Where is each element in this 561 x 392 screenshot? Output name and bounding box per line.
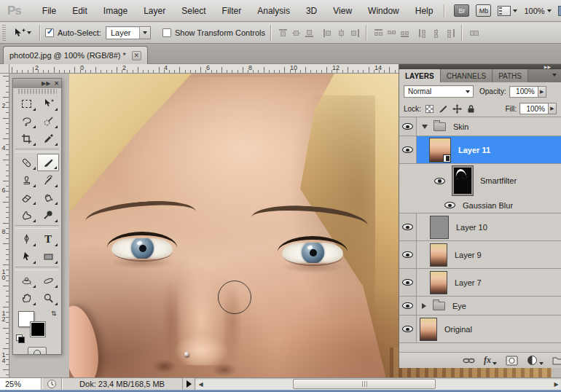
eye-icon[interactable]: [434, 178, 445, 184]
layer-row-gaussian-blur[interactable]: Gaussian Blur: [399, 197, 561, 213]
layer-name[interactable]: Layer 9: [455, 251, 482, 259]
lock-all-icon[interactable]: [466, 103, 476, 114]
new-group-icon[interactable]: [552, 356, 561, 365]
layer-name[interactable]: Gaussian Blur: [463, 201, 513, 210]
layer-thumbnail[interactable]: [420, 318, 437, 341]
opacity-input[interactable]: 100%: [509, 86, 538, 98]
menu-edit[interactable]: Edit: [64, 6, 95, 16]
tool-3d-orbit[interactable]: [37, 272, 59, 289]
document-size-info[interactable]: Dok: 23,4 MB/168,5 MB: [62, 378, 183, 390]
lock-transparency-icon[interactable]: [424, 103, 435, 114]
auto-align-layers-icon[interactable]: [468, 28, 479, 38]
align-left-edges-icon[interactable]: [323, 28, 334, 38]
tab-channels[interactable]: CHANNELS: [441, 69, 493, 82]
lock-position-icon[interactable]: [452, 103, 463, 114]
layer-thumbnail[interactable]: [430, 271, 447, 294]
layer-thumbnail[interactable]: [430, 216, 449, 239]
distribute-right-edges-icon[interactable]: [444, 28, 455, 38]
tool-dodge[interactable]: [37, 206, 59, 224]
tool-lasso[interactable]: [15, 112, 37, 130]
layer-name[interactable]: Layer 10: [456, 223, 487, 232]
eye-icon[interactable]: [444, 202, 455, 208]
blend-mode-dropdown[interactable]: Normal: [404, 85, 474, 98]
status-clock-button[interactable]: [42, 378, 62, 390]
layer-name[interactable]: Layer 7: [455, 278, 482, 287]
layer-name[interactable]: Smartfilter: [480, 176, 517, 185]
layer-name[interactable]: Eye: [452, 302, 466, 310]
status-zoom-input[interactable]: 25%: [0, 378, 42, 390]
visibility-cell[interactable]: [399, 297, 417, 315]
layer-thumbnail[interactable]: [430, 243, 447, 267]
tool-path-selection[interactable]: [15, 248, 37, 265]
visibility-cell[interactable]: [399, 136, 417, 163]
launch-mobile-button[interactable]: Mb: [476, 4, 491, 17]
scroll-left-icon[interactable]: ◀: [196, 379, 205, 389]
tool-type[interactable]: T: [37, 230, 59, 248]
align-right-edges-icon[interactable]: [349, 28, 360, 38]
expand-triangle-icon[interactable]: [422, 125, 428, 129]
auto-select-scope-dropdown[interactable]: Layer: [106, 26, 151, 39]
auto-select-checkbox[interactable]: [45, 28, 54, 37]
visibility-cell[interactable]: [399, 269, 417, 296]
layer-row-smartfilter[interactable]: Smartfilter: [399, 164, 561, 197]
tool-smudge[interactable]: [15, 206, 37, 224]
background-color-swatch[interactable]: [30, 321, 46, 337]
layer-name[interactable]: Original: [444, 325, 472, 334]
layer-row-eye[interactable]: Eye: [399, 297, 561, 315]
menu-window[interactable]: Window: [360, 6, 407, 16]
close-icon[interactable]: ✕: [132, 51, 141, 60]
link-layers-icon[interactable]: [463, 356, 475, 365]
status-menu-button[interactable]: [183, 378, 195, 390]
tab-layers[interactable]: LAYERS: [399, 69, 441, 82]
menu-file[interactable]: File: [34, 6, 64, 16]
filter-mask-thumbnail[interactable]: [452, 166, 473, 195]
document-tab[interactable]: photo02.jpg @ 100% (RGB/8#) * ✕: [3, 46, 148, 64]
align-bottom-edges-icon[interactable]: [304, 28, 315, 38]
tool-spot-healing[interactable]: [15, 154, 37, 171]
menu-select[interactable]: Select: [173, 6, 213, 16]
visibility-cell[interactable]: [399, 315, 417, 342]
menu-help[interactable]: Help: [407, 6, 442, 16]
arrange-documents-button[interactable]: [558, 6, 561, 16]
tool-palette-grip[interactable]: [17, 89, 57, 94]
options-grip[interactable]: [2, 25, 6, 41]
tool-rectangle[interactable]: [37, 248, 59, 265]
layer-thumbnail[interactable]: [429, 138, 451, 162]
layer-row-skin[interactable]: Skin: [399, 117, 561, 136]
distribute-top-edges-icon[interactable]: [373, 28, 384, 38]
tool-paint-bucket[interactable]: [37, 189, 59, 206]
tool-eyedropper[interactable]: [37, 130, 59, 147]
layer-row-original[interactable]: Original: [399, 315, 561, 343]
move-tool-preset[interactable]: [9, 28, 34, 39]
menu-view[interactable]: View: [325, 6, 360, 16]
view-extras-button[interactable]: [498, 6, 517, 16]
tool-move[interactable]: [37, 95, 59, 112]
opacity-slider-icon[interactable]: ▶: [538, 86, 546, 98]
tool-crop[interactable]: [15, 130, 37, 147]
tool-history-brush[interactable]: [37, 171, 59, 189]
menu-3d[interactable]: 3D: [298, 6, 325, 16]
layer-row-layer-9[interactable]: Layer 9: [399, 241, 561, 269]
tool-pen[interactable]: [15, 230, 37, 248]
distribute-bottom-edges-icon[interactable]: [399, 28, 410, 38]
menu-image[interactable]: Image: [95, 6, 136, 16]
distribute-horizontal-centers-icon[interactable]: [431, 28, 442, 38]
default-colors-icon[interactable]: [16, 334, 25, 343]
show-transform-controls-checkbox[interactable]: [162, 28, 171, 37]
tab-paths[interactable]: PATHS: [493, 69, 528, 82]
layer-row-layer-10[interactable]: Layer 10: [399, 213, 561, 241]
tool-clone-stamp[interactable]: [15, 171, 37, 189]
panel-menu-icon[interactable]: [552, 74, 557, 77]
scrollbar-thumb[interactable]: [293, 379, 436, 389]
align-horizontal-centers-icon[interactable]: [336, 28, 347, 38]
lock-pixels-icon[interactable]: [438, 103, 449, 114]
menu-layer[interactable]: Layer: [136, 6, 173, 16]
distribute-vertical-centers-icon[interactable]: [386, 28, 397, 38]
fill-input[interactable]: 100%: [519, 103, 549, 114]
collapse-panel-icon[interactable]: ▶▶: [544, 65, 551, 69]
tool-eraser[interactable]: [15, 189, 37, 206]
layer-name[interactable]: Skin: [453, 122, 468, 131]
layer-style-icon[interactable]: fx: [484, 355, 491, 366]
adjustment-layer-icon[interactable]: [527, 355, 538, 366]
distribute-left-edges-icon[interactable]: [418, 28, 429, 38]
